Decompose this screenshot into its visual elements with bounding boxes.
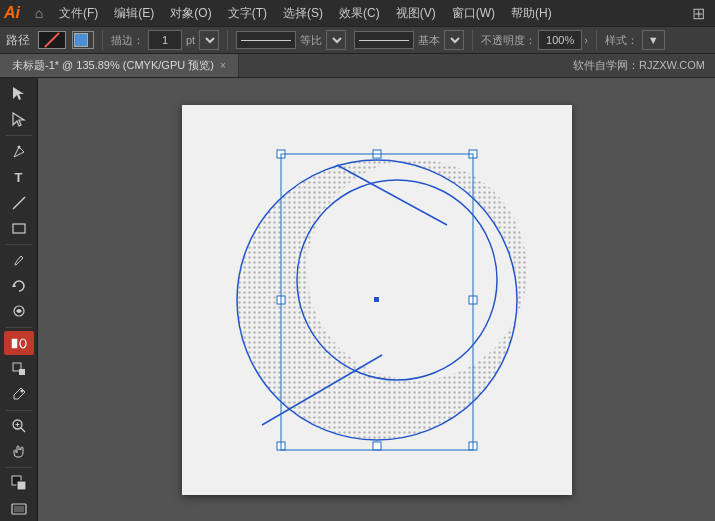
stroke-line-style[interactable]: [236, 31, 296, 49]
svg-point-11: [20, 390, 23, 393]
hand-tool[interactable]: [4, 439, 34, 464]
type-tool-icon: T: [15, 170, 23, 185]
menu-edit[interactable]: 编辑(E): [107, 3, 161, 24]
color-boxes[interactable]: [4, 471, 34, 496]
tab-title: 未标题-1* @ 135.89% (CMYK/GPU 预览): [12, 58, 214, 73]
home-icon[interactable]: ⌂: [28, 2, 50, 24]
line-tool[interactable]: [4, 191, 34, 216]
toolbar-sep-4: [6, 410, 32, 411]
stroke-value[interactable]: 1: [148, 30, 182, 50]
fill-tool[interactable]: [4, 356, 34, 381]
canvas[interactable]: [182, 105, 572, 495]
opacity-arrow[interactable]: ›: [584, 34, 588, 46]
menu-window[interactable]: 窗口(W): [445, 3, 502, 24]
direct-select-tool[interactable]: [4, 108, 34, 133]
svg-rect-7: [12, 339, 17, 348]
base-dropdown[interactable]: ▼: [444, 30, 464, 50]
screen-mode-tool[interactable]: [4, 496, 34, 521]
opacity-label: 不透明度：: [481, 33, 536, 48]
style-button[interactable]: ▼: [642, 30, 665, 50]
paintbrush-tool[interactable]: [4, 248, 34, 273]
menu-file[interactable]: 文件(F): [52, 3, 105, 24]
menu-effect[interactable]: 效果(C): [332, 3, 387, 24]
menu-bar: Ai ⌂ 文件(F) 编辑(E) 对象(O) 文字(T) 选择(S) 效果(C)…: [0, 0, 715, 26]
select-tool[interactable]: [4, 82, 34, 107]
toolbar-sep-5: [6, 467, 32, 468]
svg-point-8: [20, 339, 26, 348]
tab-bar: 未标题-1* @ 135.89% (CMYK/GPU 预览) × 软件自学网：R…: [0, 54, 715, 78]
toolbar-sep-2: [6, 244, 32, 245]
stroke-dropdown[interactable]: ▼: [199, 30, 219, 50]
svg-marker-0: [13, 87, 24, 100]
separator-3: [472, 30, 473, 50]
type-tool[interactable]: T: [4, 165, 34, 190]
workspace-layout-icon[interactable]: ⊞: [686, 4, 711, 23]
rotate-tool[interactable]: [4, 273, 34, 298]
svg-line-3: [13, 197, 25, 209]
menu-help[interactable]: 帮助(H): [504, 3, 559, 24]
stroke-width-label: 描边：: [111, 33, 144, 48]
stroke-line-style2[interactable]: [354, 31, 414, 49]
fill-color-swatch[interactable]: [72, 31, 94, 49]
separator-4: [596, 30, 597, 50]
svg-line-24: [337, 165, 447, 225]
menu-view[interactable]: 视图(V): [389, 3, 443, 24]
main-layout: T: [0, 78, 715, 521]
watermark-text: 软件自学网：RJZXW.COM: [573, 58, 715, 73]
svg-marker-1: [13, 113, 24, 126]
separator-2: [227, 30, 228, 50]
tab-close-button[interactable]: ×: [220, 60, 226, 71]
document-tab[interactable]: 未标题-1* @ 135.89% (CMYK/GPU 预览) ×: [0, 54, 239, 77]
svg-rect-17: [17, 481, 26, 490]
menu-object[interactable]: 对象(O): [163, 3, 218, 24]
opacity-value[interactable]: 100%: [538, 30, 582, 50]
left-toolbar: T: [0, 78, 38, 521]
ratio-label: 等比: [300, 33, 322, 48]
opacity-control: 不透明度： 100% ›: [481, 30, 588, 50]
blend-tool[interactable]: [4, 331, 34, 356]
options-bar: 路径 描边： 1 pt ▼ 等比 ▼ 基本 ▼ 不透明度： 100% › 样式：…: [0, 26, 715, 54]
separator-1: [102, 30, 103, 50]
pen-tool[interactable]: [4, 139, 34, 164]
svg-rect-33: [373, 442, 381, 450]
zoom-tool[interactable]: [4, 414, 34, 439]
base-label: 基本: [418, 33, 440, 48]
svg-rect-19: [14, 506, 24, 512]
svg-rect-26: [374, 297, 379, 302]
menu-text[interactable]: 文字(T): [221, 3, 274, 24]
canvas-area: [38, 78, 715, 521]
stroke-unit-label: pt: [186, 34, 195, 46]
toolbar-sep-3: [6, 327, 32, 328]
stroke-color-swatch[interactable]: [38, 31, 66, 49]
menu-select[interactable]: 选择(S): [276, 3, 330, 24]
svg-point-2: [17, 145, 20, 148]
path-label: 路径: [6, 32, 30, 49]
warp-tool[interactable]: [4, 299, 34, 324]
style-label: 样式：: [605, 33, 638, 48]
app-logo: Ai: [4, 4, 20, 22]
svg-line-13: [21, 428, 25, 432]
eyedropper-tool[interactable]: [4, 382, 34, 407]
svg-rect-10: [19, 369, 25, 375]
svg-rect-4: [13, 224, 25, 233]
toolbar-sep-1: [6, 135, 32, 136]
rectangle-tool[interactable]: [4, 216, 34, 241]
ratio-dropdown[interactable]: ▼: [326, 30, 346, 50]
